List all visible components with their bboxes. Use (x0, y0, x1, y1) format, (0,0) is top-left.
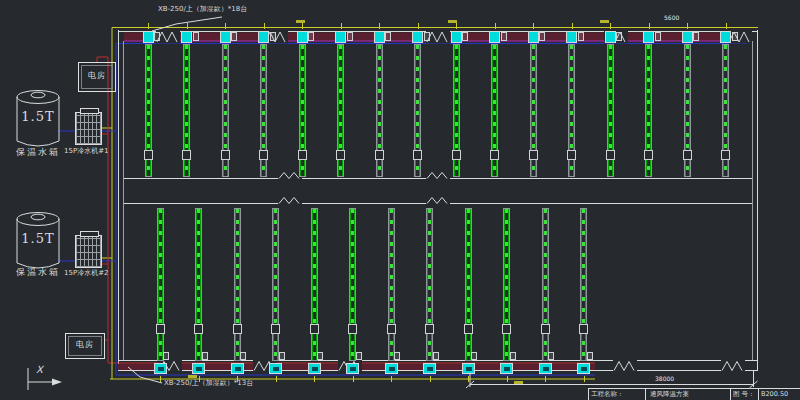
duct-connector (502, 324, 511, 334)
dim-tick (225, 23, 226, 29)
fan-unit (231, 363, 244, 374)
fan-tag (655, 32, 661, 41)
fabric-duct (311, 208, 318, 361)
fan-unit (192, 363, 205, 374)
fan-tag (616, 32, 622, 41)
fan-tag (202, 352, 208, 360)
top-duct-row-label: XB-250/上（加湿款）*18台 (158, 6, 247, 14)
fan-unit-tag-text (235, 367, 241, 371)
fan-tag (385, 32, 391, 41)
dim-tick (379, 23, 380, 29)
dim-tick (148, 23, 149, 29)
fan-tag (240, 352, 246, 360)
dim-tick (199, 376, 200, 382)
fan-unit-tag-text (158, 367, 164, 371)
dim-tick (507, 376, 508, 382)
fan-unit (489, 31, 500, 43)
duct-connector (425, 324, 434, 334)
fan-unit-tag-text (466, 367, 472, 371)
mini-dim-blob (600, 20, 609, 23)
fan-unit (258, 31, 269, 43)
fabric-duct (388, 208, 395, 361)
fan-unit-tag-text (504, 367, 510, 371)
fan-unit (374, 31, 385, 43)
fan-unit (682, 31, 693, 43)
dim-tick (264, 23, 265, 29)
title-block-project-label: 工程名称： (589, 389, 646, 400)
duct-connector (644, 150, 653, 160)
dim-tick (456, 23, 457, 29)
duct-connector (336, 150, 345, 160)
duct-connector (683, 150, 692, 160)
power-room-bottom: 电房 (65, 333, 105, 359)
fan-unit (308, 363, 321, 374)
dim-text-top-right: 5600 (664, 15, 679, 22)
tank-bottom-capacity: 1.5T (20, 232, 56, 246)
fan-tag (693, 32, 699, 41)
fan-unit-tag-text (196, 367, 202, 371)
duct-connector (464, 324, 473, 334)
bottom-duct-row-label: XB-250/上（加湿款）*13台 (164, 380, 253, 388)
dim-tick (687, 23, 688, 29)
dim-tick (276, 376, 277, 382)
dim-tick (187, 23, 188, 29)
fan-tag (231, 32, 237, 41)
dim-tick (418, 23, 419, 29)
fan-tag (308, 32, 314, 41)
chiller-top-unit (75, 112, 102, 145)
building-linework (0, 0, 800, 400)
pipe-blue-riser (58, 44, 116, 376)
fan-tag (548, 352, 554, 360)
duct-connector (579, 324, 588, 334)
fan-unit-tag-text (581, 367, 587, 371)
tank-top-capacity: 1.5T (20, 110, 56, 124)
dim-tick (430, 376, 431, 382)
axis-x-icon (28, 368, 62, 390)
fan-tag (154, 32, 160, 41)
duct-connector (490, 150, 499, 160)
fan-unit (539, 363, 552, 374)
dim-tick (533, 23, 534, 29)
cad-drawing-canvas[interactable]: 电房 电房 1.5T 保温水箱 1.5T 保温水箱 15P冷水机#1 15P冷水… (0, 0, 800, 400)
fan-unit (412, 31, 423, 43)
mini-dim-blob (296, 20, 305, 23)
duct-connector (413, 150, 422, 160)
duct-connector (721, 150, 730, 160)
duct-connector (348, 324, 357, 334)
fan-unit (462, 363, 475, 374)
duct-connector (233, 324, 242, 334)
dim-tick (495, 23, 496, 29)
fan-unit (220, 31, 231, 43)
duct-connector (375, 150, 384, 160)
dim-tick (314, 376, 315, 382)
fan-tag (356, 352, 362, 360)
fan-unit (577, 363, 590, 374)
fan-unit (297, 31, 308, 43)
dim-tick (237, 376, 238, 382)
fan-unit (346, 363, 359, 374)
tank-bottom-name: 保温水箱 (16, 268, 60, 278)
fabric-duct (272, 208, 279, 361)
fan-tag (462, 32, 468, 41)
chiller-bottom-unit (75, 235, 102, 268)
duct-connector (452, 150, 461, 160)
fan-tag (163, 352, 169, 360)
power-room-top-label: 电房 (79, 72, 115, 81)
fan-tag (394, 352, 400, 360)
pipe-red-riser (97, 57, 108, 363)
fan-tag (193, 32, 199, 41)
title-block: 工程名称： 通风降温方案 图 号： B200.50 (588, 388, 800, 400)
dim-tick (468, 376, 469, 382)
duct-connector (310, 324, 319, 334)
fan-unit (154, 363, 167, 374)
dim-tick (584, 376, 585, 382)
fan-tag (279, 352, 285, 360)
axis-x-label: X (36, 364, 43, 375)
dim-tick (341, 23, 342, 29)
fan-unit (566, 31, 577, 43)
fan-unit (385, 363, 398, 374)
dim-tick (545, 376, 546, 382)
title-block-number-label: 图 号： (731, 389, 759, 400)
duct-connector (541, 324, 550, 334)
fabric-duct (426, 208, 433, 361)
